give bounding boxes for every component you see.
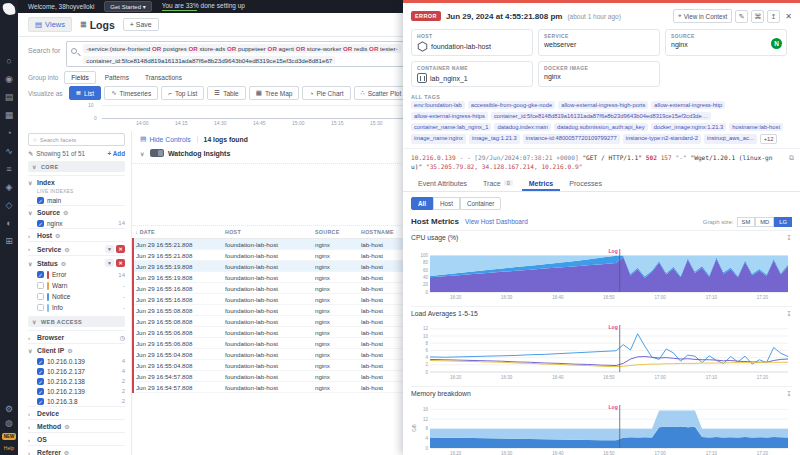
user-icon[interactable]: ◍ [5, 419, 13, 428]
facet-value-10-216-2-137[interactable]: ✓10.216.2.1374 [28, 366, 125, 376]
checkbox[interactable]: ✓ [37, 388, 44, 395]
tag[interactable]: container_name:lab_nginx_1 [411, 123, 491, 131]
watchdog-icon[interactable]: ◉ [5, 75, 14, 84]
facet-value-error[interactable]: ✓Error14 [28, 269, 125, 280]
tag[interactable]: instance-id:4800057720109799277 [523, 134, 620, 144]
synthetics-icon[interactable]: ◇ [5, 201, 14, 210]
search-token[interactable]: -service:(store-frontend OR postgres OR … [83, 44, 400, 53]
gear-icon[interactable]: ⚙ [64, 449, 69, 455]
edit-icon[interactable]: ✎ [735, 10, 748, 23]
view-in-context-button[interactable]: ⌖ View in Context [673, 9, 732, 23]
tag[interactable]: accessible-from-goog-gke-node [468, 101, 556, 109]
checkbox[interactable]: ✓ [37, 378, 44, 385]
card-container-name[interactable]: CONTAINER NAMElab_nginx_1 [411, 61, 533, 87]
facet-value-10-216-2-139[interactable]: ✓10.216.2.1392 [28, 386, 125, 396]
tag[interactable]: instance-type:n2-standard-2 [623, 134, 701, 144]
checkbox[interactable]: ✓ [37, 368, 44, 375]
facet-value-10-216-0-139[interactable]: ✓10.216.0.1394 [28, 356, 125, 366]
search-icon[interactable]: ○ [5, 57, 14, 66]
search-token[interactable]: container_id:5fce8148d819a16131ada87f6e8… [83, 56, 335, 64]
copy-icon[interactable]: ⧉ [789, 153, 794, 164]
facet-os[interactable]: ›OS [28, 432, 125, 445]
checkbox[interactable] [37, 304, 44, 311]
filter-icon[interactable]: ▼ [105, 259, 114, 267]
tag[interactable]: allow-external-ingress-high-ports [558, 101, 648, 109]
tag[interactable]: image_name:nginx [411, 134, 466, 144]
facet-value-10-216-2-138[interactable]: ✓10.216.2.1382 [28, 376, 125, 386]
facet-value-notice[interactable]: Notice- [28, 291, 125, 302]
tag[interactable]: datadog.submission_auth:api_key [554, 123, 648, 131]
tag[interactable]: env:foundation-lab [411, 101, 465, 109]
tag[interactable]: image_tag:1.21.3 [469, 134, 520, 144]
tag[interactable]: allow-external-ingress-https [411, 112, 488, 120]
tab-trace[interactable]: Trace0 [476, 176, 520, 191]
checkbox[interactable]: ✓ [37, 271, 44, 278]
apm-icon[interactable]: ◔ [5, 129, 14, 138]
facet-group-core[interactable]: ∨CORE [28, 161, 125, 172]
facet-search-input[interactable]: ○Search facets [28, 133, 125, 146]
tab-event-attributes[interactable]: Event Attributes [411, 176, 474, 191]
scope-host[interactable]: Host [433, 197, 460, 210]
gear-icon[interactable]: ⚙ [63, 209, 68, 216]
scope-container[interactable]: Container [460, 197, 501, 210]
save-button[interactable]: + Save [123, 18, 159, 31]
viz-list[interactable]: ≣List [69, 86, 102, 100]
column-header-source[interactable]: SOURCE [313, 226, 359, 239]
viz-pie-chart[interactable]: ◔Pie Chart [302, 86, 350, 100]
facet-index[interactable]: ∨Index [28, 175, 125, 188]
facet-value-10-216-3-8[interactable]: ✓10.216.3.82 [28, 396, 125, 406]
facet-group-web-access[interactable]: ∨WEB ACCESS [28, 316, 125, 327]
tab-processes[interactable]: Processes [562, 176, 609, 191]
card-host[interactable]: HOSTfoundation-lab-host [411, 29, 533, 56]
download-icon[interactable]: ↧ [786, 234, 792, 242]
dashboards-icon[interactable]: ▤ [5, 93, 14, 102]
chart-memory[interactable]: 0481216GiBLog16:2016:3016:4016:5017:0017… [411, 399, 792, 455]
checkbox[interactable]: ✓ [37, 220, 44, 227]
setup-progress[interactable]: You are 33% done setting up [162, 2, 245, 11]
column-header-host[interactable]: HOST [223, 226, 313, 239]
shortcuts-icon[interactable]: ⌘ [751, 10, 764, 23]
viz-table[interactable]: ☰Table [207, 86, 245, 100]
group-tab-fields[interactable]: Fields [64, 71, 95, 84]
graph-size-lg[interactable]: LG [774, 217, 792, 227]
group-tab-transactions[interactable]: Transactions [138, 71, 189, 84]
metrics-icon[interactable]: ∿ [5, 147, 14, 156]
views-button[interactable]: ▤Views [28, 17, 72, 32]
facet-source[interactable]: ∨Source⚙ [28, 205, 125, 218]
view-host-dashboard-link[interactable]: View Host Dashboard [465, 218, 528, 225]
gear-icon[interactable]: ⚙ [64, 246, 69, 253]
viz-timeseries[interactable]: ∿Timeseries [104, 86, 158, 100]
chart-cpu[interactable]: 020406080100Log16:2016:3016:4016:5017:00… [411, 243, 792, 301]
infrastructure-icon[interactable]: ▦ [5, 111, 14, 120]
facet-host[interactable]: ›Host⚙ [28, 228, 125, 241]
security-icon[interactable]: ◈ [5, 183, 14, 192]
facet-value-main[interactable]: ✓main [28, 195, 125, 205]
clock-icon[interactable]: ◷ [120, 334, 125, 341]
checkbox[interactable]: ✓ [37, 358, 44, 365]
checkbox[interactable]: ✓ [37, 197, 44, 204]
viz-scatter-plot[interactable]: ∴Scatter Plot [354, 86, 409, 100]
settings-icon[interactable]: ⚙ [5, 405, 13, 414]
datadog-logo[interactable] [2, 2, 16, 16]
rum-icon[interactable]: ◐ [5, 219, 14, 228]
facet-service[interactable]: ›Service⚙▼✕ [28, 241, 125, 255]
download-icon[interactable]: ↧ [786, 310, 792, 318]
get-started-button[interactable]: Get Started ▾ [104, 1, 151, 12]
edit-icon[interactable]: ✎ [28, 150, 33, 157]
card-docker-image[interactable]: DOCKER IMAGEnginx [538, 61, 660, 87]
tag[interactable]: instruqt_aws_ac... [704, 134, 757, 144]
add-facet-button[interactable]: + Add [108, 150, 125, 157]
scope-all[interactable]: All [411, 197, 433, 210]
facet-value-warn[interactable]: Warn- [28, 280, 125, 291]
viz-top-list[interactable]: ⌐Top List [161, 86, 204, 100]
group-tab-patterns[interactable]: Patterns [98, 71, 136, 84]
tag[interactable]: hostname:lab-host [729, 123, 783, 131]
remove-facet-icon[interactable]: ✕ [116, 245, 125, 253]
chart-load[interactable]: 024681012Log16:2016:3016:4016:5017:0017:… [411, 319, 792, 381]
more-tags-button[interactable]: +12 [760, 134, 778, 144]
export-icon[interactable]: ↥ [767, 10, 780, 23]
tag[interactable]: docker_image:nginx:1.21.3 [651, 123, 727, 131]
facet-method[interactable]: ›Method⚙ [28, 419, 125, 432]
checkbox[interactable] [37, 282, 44, 289]
graph-size-sm[interactable]: SM [737, 217, 756, 227]
